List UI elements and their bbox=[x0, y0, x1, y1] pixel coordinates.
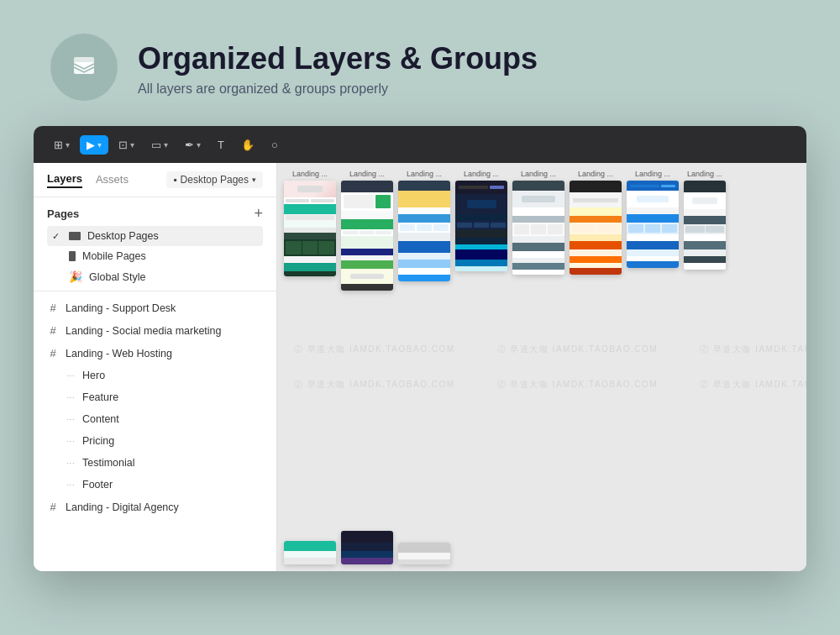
page-item-mobile-label: Mobile Pages bbox=[82, 250, 146, 262]
panel-tabs: Layers Assets ▪ Desktop Pages ▾ bbox=[34, 163, 276, 197]
layer-pricing[interactable]: ⋯ Pricing bbox=[34, 430, 276, 452]
thumb-col-4: Landing ... bbox=[455, 170, 507, 271]
thumb-col-7: Landing ... bbox=[627, 170, 679, 268]
thumb-preview-3 bbox=[398, 181, 450, 281]
shape-chevron-icon: ▾ bbox=[164, 140, 168, 150]
scale-tool-button[interactable]: ⊡ ▾ bbox=[112, 135, 141, 155]
bottom-thumb-1 bbox=[284, 541, 336, 564]
layer-footer-label: Footer bbox=[82, 479, 113, 491]
thumb-col-8: Landing ... bbox=[684, 170, 726, 270]
thumb-label-7: Landing ... bbox=[635, 170, 670, 178]
hand-tool-icon: ✋ bbox=[241, 139, 255, 151]
watermark-text-3: Ⓩ 早道大咖 IAMDK.TAOBAO.COM bbox=[700, 344, 806, 355]
layer-footer[interactable]: ⋯ Footer bbox=[34, 474, 276, 496]
thumb-col-1: Landing ... bbox=[284, 170, 336, 276]
frame-tool-button[interactable]: ⊞ ▾ bbox=[47, 135, 76, 155]
shape-tool-icon: ▭ bbox=[151, 139, 161, 151]
layer-social-media[interactable]: # Landing - Social media marketing bbox=[34, 319, 276, 342]
thumb-label-8: Landing ... bbox=[687, 170, 722, 178]
text-tool-icon: T bbox=[218, 139, 224, 151]
page-selector[interactable]: ▪ Desktop Pages ▾ bbox=[166, 171, 263, 188]
page-item-mobile[interactable]: Mobile Pages bbox=[47, 246, 263, 266]
monitor-icon: ▪ bbox=[173, 174, 176, 186]
pages-label: Pages bbox=[47, 207, 79, 220]
page-item-desktop[interactable]: ✓ Desktop Pages bbox=[47, 226, 263, 246]
page-item-global-style[interactable]: 🎉 Global Style bbox=[47, 266, 263, 287]
thumbnails-row-bottom bbox=[284, 531, 450, 564]
pen-tool-icon: ✒ bbox=[185, 139, 194, 151]
desktop-thumb-icon bbox=[69, 232, 81, 240]
thumb-label-6: Landing ... bbox=[578, 170, 613, 178]
hash-icon-1: # bbox=[47, 302, 59, 314]
move-chevron-icon: ▾ bbox=[97, 140, 102, 150]
page-title: Organized Layers & Groups bbox=[138, 40, 538, 76]
bottom-thumb-2 bbox=[341, 531, 393, 564]
layer-testimonial[interactable]: ⋯ Testimonial bbox=[34, 452, 276, 474]
layer-digital-agency-label: Landing - Digital Agency bbox=[66, 501, 179, 513]
watermark-row-1: Ⓩ 早道大咖 IAMDK.TAOBAO.COM Ⓩ 早道大咖 IAMDK.TAO… bbox=[277, 344, 806, 355]
layer-web-hosting-label: Landing - Web Hosting bbox=[66, 348, 172, 359]
thumb-preview-7 bbox=[627, 181, 679, 268]
pen-tool-button[interactable]: ✒ ▾ bbox=[178, 135, 207, 155]
layer-testimonial-label: Testimonial bbox=[82, 457, 135, 469]
layer-pricing-label: Pricing bbox=[82, 435, 114, 447]
dots-icon-1: ⋯ bbox=[64, 371, 76, 380]
toolbar: ⊞ ▾ ▶ ▾ ⊡ ▾ ▭ ▾ ✒ ▾ T ✋ ○ bbox=[34, 126, 806, 163]
tab-layers[interactable]: Layers bbox=[47, 172, 82, 188]
thumb-label-1: Landing ... bbox=[292, 170, 328, 178]
chevron-down-icon: ▾ bbox=[66, 140, 70, 150]
thumb-col-3: Landing ... bbox=[398, 170, 450, 281]
hand-tool-button[interactable]: ✋ bbox=[234, 135, 261, 155]
thumb-preview-4 bbox=[455, 181, 507, 271]
watermark-row-2: Ⓩ 早道大咖 IAMDK.TAOBAO.COM Ⓩ 早道大咖 IAMDK.TAO… bbox=[277, 379, 806, 391]
comment-tool-icon: ○ bbox=[271, 139, 278, 151]
dots-icon-5: ⋯ bbox=[64, 459, 76, 468]
thumb-label-4: Landing ... bbox=[464, 170, 499, 178]
layers-icon bbox=[67, 50, 101, 84]
page-item-desktop-label: Desktop Pages bbox=[87, 230, 159, 242]
dots-icon-4: ⋯ bbox=[64, 437, 76, 446]
thumb-col-5: Landing ... bbox=[512, 170, 564, 275]
hash-icon-3: # bbox=[47, 347, 59, 359]
tab-assets[interactable]: Assets bbox=[96, 173, 129, 187]
layer-content-label: Content bbox=[82, 413, 119, 425]
thumb-col-2: Landing ... bbox=[341, 170, 393, 291]
bottom-thumb-3 bbox=[398, 543, 450, 564]
canvas-area[interactable]: Ⓩ 早道大咖 IAMDK.TAOBAO.COM Ⓩ 早道大咖 IAMDK.TAO… bbox=[277, 163, 806, 571]
pages-header: Pages + bbox=[47, 206, 263, 221]
mobile-thumb-icon bbox=[69, 251, 76, 261]
header-section: Organized Layers & Groups All layers are… bbox=[0, 0, 840, 126]
layer-feature[interactable]: ⋯ Feature bbox=[34, 386, 276, 408]
thumb-preview-2 bbox=[341, 181, 393, 291]
hash-icon-4: # bbox=[47, 501, 59, 513]
thumb-preview-8 bbox=[684, 181, 726, 270]
layer-web-hosting[interactable]: # Landing - Web Hosting bbox=[34, 342, 276, 365]
thumbnails-row: Landing ... bbox=[284, 170, 803, 291]
shape-tool-button[interactable]: ▭ ▾ bbox=[144, 135, 175, 155]
thumb-preview-1 bbox=[284, 181, 336, 276]
layer-digital-agency[interactable]: # Landing - Digital Agency bbox=[34, 496, 276, 518]
main-content: Layers Assets ▪ Desktop Pages ▾ Pages + … bbox=[34, 163, 806, 571]
layer-social-media-label: Landing - Social media marketing bbox=[66, 325, 222, 337]
thumb-preview-6 bbox=[570, 181, 622, 275]
layer-hero-label: Hero bbox=[82, 370, 105, 381]
layer-feature-label: Feature bbox=[82, 391, 118, 403]
left-panel: Layers Assets ▪ Desktop Pages ▾ Pages + … bbox=[34, 163, 277, 571]
watermark-text-1: Ⓩ 早道大咖 IAMDK.TAOBAO.COM bbox=[294, 344, 455, 355]
hash-icon-2: # bbox=[47, 324, 59, 337]
move-tool-button[interactable]: ▶ ▾ bbox=[80, 135, 108, 155]
svg-rect-1 bbox=[74, 57, 94, 69]
pen-chevron-icon: ▾ bbox=[197, 140, 201, 150]
add-page-button[interactable]: + bbox=[254, 206, 263, 221]
layer-hero[interactable]: ⋯ Hero bbox=[34, 365, 276, 386]
watermark-text-2: Ⓩ 早道大咖 IAMDK.TAOBAO.COM bbox=[497, 344, 659, 355]
layer-support-desk[interactable]: # Landing - Support Desk bbox=[34, 297, 276, 319]
comment-tool-button[interactable]: ○ bbox=[265, 135, 285, 155]
thumb-label-3: Landing ... bbox=[407, 170, 442, 178]
text-tool-button[interactable]: T bbox=[211, 135, 231, 155]
thumb-label-5: Landing ... bbox=[521, 170, 556, 178]
party-icon: 🎉 bbox=[69, 270, 82, 283]
watermark-text-5: Ⓩ 早道大咖 IAMDK.TAOBAO.COM bbox=[497, 379, 659, 391]
page-selector-chevron-icon: ▾ bbox=[252, 176, 256, 184]
layer-content[interactable]: ⋯ Content bbox=[34, 408, 276, 430]
